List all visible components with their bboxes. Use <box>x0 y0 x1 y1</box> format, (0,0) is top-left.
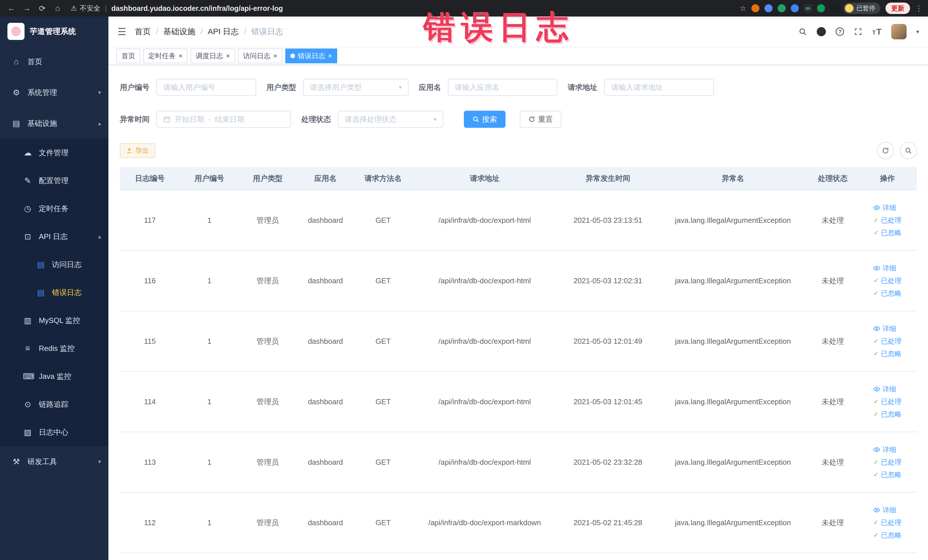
browser-extensions-area: ☆ on 已暂停 更新 ⋮ <box>740 3 923 14</box>
request-url-input[interactable] <box>604 79 714 96</box>
sidebar-item-log-center[interactable]: ▨ 日志中心 <box>0 418 108 446</box>
mark-processed-link[interactable]: ✓已处理 <box>873 458 901 467</box>
mark-ignored-link[interactable]: ✓已忽略 <box>873 531 901 540</box>
browser-menu-icon[interactable]: ⋮ <box>915 4 923 13</box>
mark-processed-link[interactable]: ✓已处理 <box>873 337 901 346</box>
export-button[interactable]: 导出 <box>120 143 155 158</box>
app-logo[interactable]: 芋道管理系统 <box>0 17 108 46</box>
status-select[interactable]: 请选择处理状态 ▾ <box>338 111 443 128</box>
sidebar-item-home[interactable]: ⌂ 首页 <box>0 46 108 77</box>
mark-ignored-link[interactable]: ✓已忽略 <box>873 410 901 419</box>
mark-ignored-link[interactable]: ✓已忽略 <box>873 470 901 479</box>
extension-icon-4[interactable] <box>791 4 799 12</box>
cell-user-id: 1 <box>180 371 239 432</box>
tab-access-log[interactable]: 访问日志 × <box>238 49 282 63</box>
filter-app-name: 应用名 <box>419 79 557 96</box>
breadcrumb-infra[interactable]: 基础设施 <box>163 26 195 37</box>
detail-link[interactable]: 详细 <box>873 505 896 515</box>
security-status[interactable]: ⚠ 不安全 <box>71 4 101 13</box>
search-icon[interactable] <box>798 27 807 36</box>
extension-icon-5[interactable] <box>817 4 825 12</box>
sidebar-item-scheduled-job[interactable]: ◷ 定时任务 <box>0 195 108 223</box>
browser-back-icon[interactable]: ← <box>6 4 17 13</box>
mark-processed-link[interactable]: ✓已处理 <box>873 216 901 225</box>
extension-icon-2[interactable] <box>765 4 772 12</box>
browser-home-icon[interactable]: ⌂ <box>52 4 63 13</box>
mark-ignored-link[interactable]: ✓已忽略 <box>873 228 901 237</box>
extension-icon-3[interactable] <box>778 4 786 12</box>
sidebar-item-mysql-monitor[interactable]: ▥ MySQL 监控 <box>0 307 108 334</box>
user-avatar[interactable] <box>891 24 907 40</box>
hamburger-icon[interactable]: ☰ <box>118 26 126 37</box>
chevron-down-icon: ▾ <box>98 458 101 465</box>
sidebar-item-file-manage[interactable]: ☁ 文件管理 <box>0 139 108 166</box>
warning-icon: ⚠ <box>71 4 77 12</box>
url-text[interactable]: dashboard.yudao.iocoder.cn/infra/log/api… <box>111 4 283 12</box>
mark-processed-link[interactable]: ✓已处理 <box>873 276 901 285</box>
fullscreen-icon[interactable] <box>854 27 862 36</box>
col-method: 请求方法名 <box>354 167 412 190</box>
avatar-caret-icon[interactable]: ▾ <box>916 28 919 35</box>
sidebar-item-dev-tools[interactable]: ⚒ 研发工具 ▾ <box>0 446 108 477</box>
tab-error-log[interactable]: 错误日志 × <box>285 49 337 63</box>
close-icon[interactable]: × <box>179 52 183 60</box>
search-button[interactable]: 搜索 <box>464 111 505 128</box>
mark-ignored-link[interactable]: ✓已忽略 <box>873 349 901 358</box>
extension-icon-1[interactable] <box>751 4 759 12</box>
close-icon[interactable]: × <box>226 52 230 60</box>
bookmark-star-icon[interactable]: ☆ <box>740 4 746 13</box>
sidebar-item-system[interactable]: ⚙ 系统管理 ▾ <box>0 77 108 108</box>
date-range-picker[interactable]: 开始日期 - 结束日期 <box>156 111 291 128</box>
app-name-input[interactable] <box>448 79 557 96</box>
sidebar-item-api-log[interactable]: ⊡ API 日志 ▴ <box>0 223 108 250</box>
table-header-row: 日志编号 用户编号 用户类型 应用名 请求方法名 请求地址 异常发生时间 异常名… <box>120 167 917 190</box>
cell-status: 未处理 <box>807 190 858 250</box>
col-user-id: 用户编号 <box>180 167 239 190</box>
sidebar-item-trace[interactable]: ⊙ 链路追踪 <box>0 390 108 418</box>
col-exception-name: 异常名 <box>658 167 807 190</box>
chrome-update-button[interactable]: 更新 <box>885 3 910 14</box>
detail-link[interactable]: 详细 <box>873 203 896 212</box>
monitor-icon: ⌨ <box>23 372 32 381</box>
omnibox[interactable]: ⚠ 不安全 | dashboard.yudao.iocoder.cn/infra… <box>71 4 736 13</box>
tab-home[interactable]: 首页 <box>116 49 140 63</box>
browser-forward-icon[interactable]: → <box>21 4 32 13</box>
mark-ignored-link[interactable]: ✓已忽略 <box>873 289 901 298</box>
sidebar-item-infra[interactable]: ▤ 基础设施 ▴ <box>0 108 108 139</box>
help-icon[interactable]: ? <box>836 27 844 36</box>
sidebar-item-error-log[interactable]: ▤ 错误日志 <box>0 278 108 307</box>
refresh-icon[interactable] <box>877 142 894 159</box>
breadcrumb-home[interactable]: 首页 <box>135 26 151 37</box>
sidebar-item-access-log[interactable]: ▤ 访问日志 <box>0 250 108 278</box>
log-center-icon: ▨ <box>23 428 32 437</box>
profile-paused-badge[interactable]: 已暂停 <box>843 3 881 14</box>
detail-link[interactable]: 详细 <box>873 324 896 333</box>
close-icon[interactable]: × <box>273 52 277 60</box>
browser-reload-icon[interactable]: ⟳ <box>37 4 48 13</box>
font-size-icon[interactable]: TT <box>872 27 882 36</box>
start-date-placeholder: 开始日期 <box>175 114 204 124</box>
user-id-input[interactable] <box>156 79 256 96</box>
detail-link[interactable]: 详细 <box>873 385 896 394</box>
sidebar-item-redis-monitor[interactable]: ≡ Redis 监控 <box>0 334 108 362</box>
mark-processed-link[interactable]: ✓已处理 <box>873 518 901 527</box>
breadcrumb-api-log[interactable]: API 日志 <box>208 26 239 37</box>
detail-link[interactable]: 详细 <box>873 445 896 454</box>
extension-icon-on[interactable]: on <box>804 4 812 12</box>
search-toggle-icon[interactable] <box>900 142 917 159</box>
github-icon[interactable] <box>817 27 826 36</box>
extension-puzzle-icon[interactable] <box>830 4 838 12</box>
cell-user-id: 1 <box>180 250 239 311</box>
reset-button[interactable]: 重置 <box>520 111 562 128</box>
user-type-select[interactable]: 请选择用户类型 ▾ <box>303 79 409 96</box>
close-icon[interactable]: × <box>328 52 332 60</box>
sidebar-item-config-manage[interactable]: ✎ 配置管理 <box>0 166 108 195</box>
cell-user-type: 管理员 <box>239 432 296 492</box>
chevron-down-icon: ▾ <box>98 89 101 96</box>
tab-dispatch-log[interactable]: 调度日志 × <box>191 49 235 63</box>
check-icon: ✓ <box>873 531 878 539</box>
mark-processed-link[interactable]: ✓已处理 <box>873 397 901 406</box>
detail-link[interactable]: 详细 <box>873 264 896 273</box>
tab-scheduled-job[interactable]: 定时任务 × <box>143 49 188 63</box>
sidebar-item-java-monitor[interactable]: ⌨ Java 监控 <box>0 362 108 390</box>
